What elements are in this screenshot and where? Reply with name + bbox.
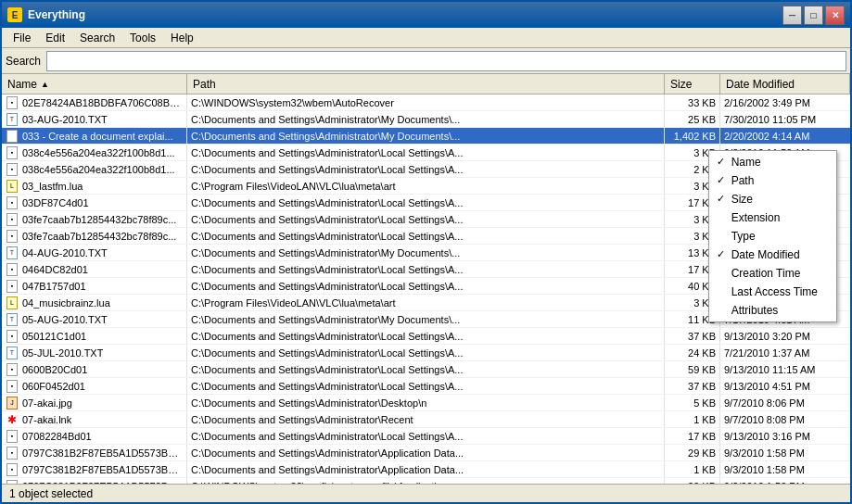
menu-edit[interactable]: Edit xyxy=(38,28,72,47)
file-name-cell: ▪ 02E78424AB18BDBFA706C08B7... xyxy=(2,94,187,110)
menu-help[interactable]: Help xyxy=(163,28,201,47)
file-size-cell: 33 KB xyxy=(665,94,720,110)
file-name-cell: ▪ 0797C381B2F87EB5A1D5573BD... xyxy=(2,478,187,484)
menu-tools[interactable]: Tools xyxy=(122,28,163,47)
table-row[interactable]: ▪ 060F0452d01 C:\Documents and Settings\… xyxy=(2,378,850,395)
file-icon: ▪ xyxy=(6,280,19,293)
file-icon: ▪ xyxy=(6,130,19,143)
file-path-cell: C:\Program Files\VideoLAN\VLC\lua\meta\a… xyxy=(187,178,665,194)
table-row[interactable]: ▪ 07082284Bd01 C:\Documents and Settings… xyxy=(2,428,850,445)
table-row[interactable]: ▪ 0797C381B2F87EB5A1D5573BD... C:\Docume… xyxy=(2,461,850,478)
file-size-cell: 37 KB xyxy=(665,328,720,344)
file-icon: ▪ xyxy=(6,196,19,209)
menu-bar: File Edit Search Tools Help xyxy=(2,28,850,48)
file-icon: ▪ xyxy=(6,263,19,276)
table-row[interactable]: ▪ 02E78424AB18BDBFA706C08B7... C:\WINDOW… xyxy=(2,94,850,111)
file-path-cell: C:\Documents and Settings\Administrator\… xyxy=(187,278,665,294)
file-name: 07-akai.lnk xyxy=(22,414,71,425)
context-menu-item-type[interactable]: Type xyxy=(709,227,836,246)
menu-search[interactable]: Search xyxy=(72,28,122,47)
file-name-cell: T 04-AUG-2010.TXT xyxy=(2,245,187,260)
file-name: 0797C381B2F87EB5A1D5573BD... xyxy=(22,464,183,475)
file-name: 0600B20Cd01 xyxy=(22,364,87,375)
file-name-cell: ▪ 038c4e556a204ea322f100b8d1... xyxy=(2,145,187,160)
file-date-cell: 9/3/2010 1:58 PM xyxy=(720,478,850,484)
txt-icon: T xyxy=(6,346,19,359)
table-row[interactable]: ▪ 033 - Create a document explai... C:\D… xyxy=(2,128,850,145)
file-date-cell: 9/13/2010 3:16 PM xyxy=(720,428,850,444)
menu-file[interactable]: File xyxy=(6,28,38,47)
file-icon: ▪ xyxy=(6,146,19,159)
col-header-path[interactable]: Path xyxy=(187,74,665,94)
file-path-cell: C:\Documents and Settings\Administrator\… xyxy=(187,111,665,127)
file-path-cell: C:\Documents and Settings\Administrator\… xyxy=(187,311,665,327)
sort-arrow-icon: ▲ xyxy=(41,80,49,89)
context-menu-item-extension[interactable]: Extension xyxy=(709,208,836,227)
table-row[interactable]: J 07-akai.jpg C:\Documents and Settings\… xyxy=(2,395,850,411)
table-row[interactable]: ▪ 0600B20Cd01 C:\Documents and Settings\… xyxy=(2,361,850,378)
close-button[interactable]: ✕ xyxy=(825,6,845,25)
file-name-cell: ▪ 033 - Create a document explai... xyxy=(2,128,187,144)
restore-button[interactable]: □ xyxy=(804,6,823,25)
file-icon: ▪ xyxy=(6,213,19,226)
file-date-cell: 9/13/2010 3:20 PM xyxy=(720,328,850,344)
file-icon: ▪ xyxy=(6,463,19,476)
file-name-cell: ▪ 050121C1d01 xyxy=(2,328,187,344)
file-name: 04_musicbrainz.lua xyxy=(22,297,110,309)
file-path-cell: C:\Documents and Settings\Administrator\… xyxy=(187,345,665,360)
table-row[interactable]: ▪ 0797C381B2F87EB5A1D5573BD... C:\WINDOW… xyxy=(2,478,850,484)
lnk-icon: ✱ xyxy=(6,413,19,426)
context-menu-item-attributes[interactable]: Attributes xyxy=(709,301,836,320)
title-bar-controls: ─ □ ✕ xyxy=(782,6,845,25)
file-path-cell: C:\Documents and Settings\Administrator\… xyxy=(187,361,665,377)
file-name-cell: ▪ 038c4e556a204ea322f100b8d1... xyxy=(2,161,187,177)
file-path-cell: C:\Documents and Settings\Administrator\… xyxy=(187,145,665,160)
file-name: 047B1757d01 xyxy=(22,281,86,292)
context-menu-item-creation-time[interactable]: Creation Time xyxy=(709,264,836,283)
file-path-cell: C:\Documents and Settings\Administrator\… xyxy=(187,378,665,394)
file-name-cell: ✱ 07-akai.lnk xyxy=(2,411,187,427)
table-row[interactable]: T 03-AUG-2010.TXT C:\Documents and Setti… xyxy=(2,111,850,128)
table-row[interactable]: ▪ 050121C1d01 C:\Documents and Settings\… xyxy=(2,328,850,345)
file-name-cell: ▪ 03DF87C4d01 xyxy=(2,195,187,210)
file-name-cell: ▪ 0600B20Cd01 xyxy=(2,361,187,377)
file-date-cell: 9/3/2010 1:58 PM xyxy=(720,461,850,477)
file-name: 07082284Bd01 xyxy=(22,431,92,442)
col-header-name[interactable]: Name ▲ xyxy=(2,74,187,94)
file-name: 07-akai.jpg xyxy=(22,397,72,409)
col-header-size[interactable]: Size xyxy=(665,74,720,94)
file-name: 038c4e556a204ea322f100b8d1... xyxy=(22,147,175,158)
file-icon: ▪ xyxy=(6,96,19,109)
context-menu-item-date-modified[interactable]: Date Modified xyxy=(709,246,836,264)
context-menu: NamePathSizeExtensionTypeDate ModifiedCr… xyxy=(708,150,837,322)
file-icon: ▪ xyxy=(6,363,19,376)
table-row[interactable]: ▪ 0797C381B2F87EB5A1D5573BD... C:\Docume… xyxy=(2,445,850,461)
table-row[interactable]: T 05-JUL-2010.TXT C:\Documents and Setti… xyxy=(2,345,850,361)
context-menu-item-name[interactable]: Name xyxy=(709,153,836,171)
file-path-cell: C:\WINDOWS\system32\wbem\AutoRecover xyxy=(187,94,665,110)
file-path-cell: C:\Documents and Settings\Administrator\… xyxy=(187,228,665,244)
file-icon: ▪ xyxy=(6,380,19,393)
lua-icon: L xyxy=(6,296,19,309)
file-size-cell: 1 KB xyxy=(665,461,720,477)
file-icon: ▪ xyxy=(6,447,19,460)
file-name: 04-AUG-2010.TXT xyxy=(22,247,108,258)
context-menu-item-size[interactable]: Size xyxy=(709,190,836,208)
col-header-date[interactable]: Date Modified xyxy=(720,74,850,94)
table-row[interactable]: ✱ 07-akai.lnk C:\Documents and Settings\… xyxy=(2,411,850,428)
search-input[interactable] xyxy=(46,51,846,71)
file-name-cell: ▪ 0464DC82d01 xyxy=(2,261,187,277)
file-size-cell: 29 KB xyxy=(665,445,720,460)
file-name: 0797C381B2F87EB5A1D5573BD... xyxy=(22,447,183,459)
file-name: 060F0452d01 xyxy=(22,381,85,392)
minimize-button[interactable]: ─ xyxy=(782,6,802,25)
file-icon: ▪ xyxy=(6,163,19,176)
file-path-cell: C:\WINDOWS\system32\config\systemprofile… xyxy=(187,478,665,484)
file-path-cell: C:\Documents and Settings\Administrator\… xyxy=(187,411,665,427)
file-path-cell: C:\Documents and Settings\Administrator\… xyxy=(187,445,665,460)
txt-icon: T xyxy=(6,113,19,126)
search-bar: Search xyxy=(2,48,850,74)
context-menu-item-last-access-time[interactable]: Last Access Time xyxy=(709,283,836,301)
lua-icon: L xyxy=(6,180,19,193)
context-menu-item-path[interactable]: Path xyxy=(709,171,836,190)
